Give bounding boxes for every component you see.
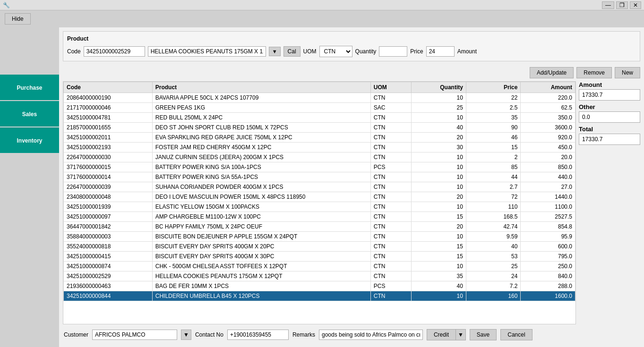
table-row[interactable]: 35884000000003 BISCUITE BON DEJEUNER P A…: [64, 232, 575, 242]
table-row[interactable]: 34251000001939 ELASTIC YELLOW 150GM X 10…: [64, 202, 575, 212]
cell-amount: 2527.5: [521, 212, 575, 222]
sidebar-item-sales[interactable]: Sales: [0, 101, 59, 127]
cell-code: 21717000000046: [64, 103, 153, 113]
cell-qty: 10: [412, 232, 466, 242]
table-row[interactable]: 23408000000048 DEO I LOVE MASCULIN POWER…: [64, 192, 575, 202]
cell-product: CHILDEREN UMBRELLA B45 X 120PCS: [152, 291, 370, 301]
cell-amount: 440.0: [521, 172, 575, 182]
cell-amount: 850.0: [521, 162, 575, 172]
cell-qty: 10: [412, 152, 466, 162]
table-row[interactable]: 34251000000844 CHILDEREN UMBRELLA B45 X …: [64, 291, 575, 301]
col-header-amount: Amount: [521, 82, 575, 93]
cell-price: 46: [466, 133, 521, 143]
cell-amount: 20.0: [521, 152, 575, 162]
cell-code: 34251000002193: [64, 143, 153, 152]
total-panel: Total 17330.7: [579, 126, 640, 145]
table-row[interactable]: 21717000000046 GREEN PEAS 1KG SAC 25 2.5…: [64, 103, 575, 113]
restore-button[interactable]: ❐: [616, 1, 628, 9]
cell-qty: 10: [412, 162, 466, 172]
contact-label: Contact No: [195, 331, 223, 338]
cell-price: 160: [466, 291, 521, 301]
cell-price: 24: [466, 271, 521, 281]
cell-product: AMP CHARGEBLE M1100-12W X 100PC: [152, 212, 370, 222]
table-row[interactable]: 34251000004781 RED BULL 250ML X 24PC CTN…: [64, 113, 575, 123]
cell-code: 35884000000003: [64, 232, 153, 242]
remove-button[interactable]: Remove: [576, 67, 612, 78]
quantity-input[interactable]: [379, 46, 407, 57]
credit-dropdown-button[interactable]: ▼: [456, 329, 466, 340]
table-header: Code Product UOM Quantity Price Amount: [64, 82, 575, 93]
cell-product: SUHANA CORIANDER POWDER 400GM X 1PCS: [152, 182, 370, 192]
contact-input[interactable]: [227, 330, 289, 340]
customer-dropdown-button[interactable]: ▼: [181, 330, 191, 340]
cell-amount: 600.0: [521, 242, 575, 252]
table-row[interactable]: 34251000000415 BISCUIT EVERY DAY SPRITS …: [64, 252, 575, 262]
table-row[interactable]: 34251000002529 HELLEMA COOKIES PEANUTS 1…: [64, 271, 575, 281]
sidebar-item-inventory[interactable]: Inventory: [0, 127, 59, 153]
close-button[interactable]: ✕: [630, 1, 641, 9]
cell-qty: 10: [412, 93, 466, 103]
save-button[interactable]: Save: [470, 329, 497, 340]
cell-code: 34251000002011: [64, 133, 153, 143]
customer-input[interactable]: [92, 330, 177, 340]
cell-code: 22647000000039: [64, 182, 153, 192]
table-row[interactable]: 35524000000818 BISCUIT EVERY DAY SPRITS …: [64, 242, 575, 252]
table-row[interactable]: 21936000000463 BAG DE FER 10MM X 1PCS PC…: [64, 281, 575, 291]
table-row[interactable]: 37176000000015 BATTERY POWER KING S/A 10…: [64, 162, 575, 172]
table-row[interactable]: 34251000002011 EVA SPARKLING RED GRAPE J…: [64, 133, 575, 143]
cell-product: FOSTER JAM RED CHERRY 450GM X 12PC: [152, 143, 370, 152]
cell-product: CHK - 500GM CHELSEA ASST TOFFEES X 12PQT: [152, 262, 370, 271]
credit-button[interactable]: Credit: [427, 329, 456, 340]
title-bar-controls[interactable]: — ❐ ✕: [602, 1, 641, 9]
content-area: Product Code ▼ Cal UOM CTN SAC PCS Quant…: [59, 27, 644, 347]
cell-code: 34251000000097: [64, 212, 153, 222]
cell-price: 2.7: [466, 182, 521, 192]
cell-code: 34251000002529: [64, 271, 153, 281]
cell-amount: 350.0: [521, 113, 575, 123]
remarks-input[interactable]: [319, 330, 423, 340]
amount-label: Amount: [457, 48, 477, 55]
table-and-panel: Code Product UOM Quantity Price Amount 2…: [63, 81, 640, 324]
table-row[interactable]: 34251000000097 AMP CHARGEBLE M1100-12W X…: [64, 212, 575, 222]
table-row[interactable]: 34251000000874 CHK - 500GM CHELSEA ASST …: [64, 262, 575, 271]
product-section: Product Code ▼ Cal UOM CTN SAC PCS Quant…: [63, 31, 640, 61]
sidebar: Purchase Sales Inventory: [0, 27, 59, 347]
sidebar-item-purchase[interactable]: Purchase: [0, 75, 59, 100]
cell-price: 9.59: [466, 232, 521, 242]
cell-uom: CTN: [370, 291, 412, 301]
cell-price: 2.5: [466, 103, 521, 113]
product-section-title: Product: [67, 35, 636, 42]
product-input[interactable]: [148, 46, 266, 57]
cell-product: BAVARIA APPLE 50CL X 24PCS 107709: [152, 93, 370, 103]
hide-button[interactable]: Hide: [5, 13, 31, 25]
cell-product: EVA SPARKLING RED GRAPE JUICE 750ML X 12…: [152, 133, 370, 143]
add-update-button[interactable]: Add/Update: [530, 67, 574, 78]
cell-amount: 920.0: [521, 133, 575, 143]
cancel-button[interactable]: Cancel: [500, 329, 532, 340]
cell-uom: CTN: [370, 192, 412, 202]
cell-price: 110: [466, 202, 521, 212]
table-row[interactable]: 36447000001842 BC HAPPY FAMILY 750ML X 2…: [64, 222, 575, 232]
uom-select[interactable]: CTN SAC PCS: [319, 46, 352, 57]
code-input[interactable]: [84, 46, 145, 57]
table-row[interactable]: 34251000002193 FOSTER JAM RED CHERRY 450…: [64, 143, 575, 152]
table-row[interactable]: 20864000000190 BAVARIA APPLE 50CL X 24PC…: [64, 93, 575, 103]
cell-code: 34251000000874: [64, 262, 153, 271]
cell-product: GREEN PEAS 1KG: [152, 103, 370, 113]
cell-uom: CTN: [370, 222, 412, 232]
table-row[interactable]: 37176000000014 BATTERY POWER KING S/A 55…: [64, 172, 575, 182]
minimize-button[interactable]: —: [602, 1, 614, 9]
table-body: 20864000000190 BAVARIA APPLE 50CL X 24PC…: [64, 93, 575, 301]
cal-button[interactable]: Cal: [283, 46, 301, 57]
cell-price: 22: [466, 93, 521, 103]
cell-qty: 40: [412, 281, 466, 291]
table-row[interactable]: 22647000000039 SUHANA CORIANDER POWDER 4…: [64, 182, 575, 192]
new-button[interactable]: New: [615, 67, 640, 78]
table-row[interactable]: 21857000001655 DEO ST JOHN SPORT CLUB RE…: [64, 123, 575, 133]
price-input[interactable]: [426, 46, 455, 57]
table-row[interactable]: 22647000000030 JANUZ CURNIN SEEDS (JEERA…: [64, 152, 575, 162]
cell-code: 35524000000818: [64, 242, 153, 252]
cell-code: 34251000000844: [64, 291, 153, 301]
cell-amount: 1440.0: [521, 192, 575, 202]
product-dropdown-button[interactable]: ▼: [269, 47, 281, 56]
